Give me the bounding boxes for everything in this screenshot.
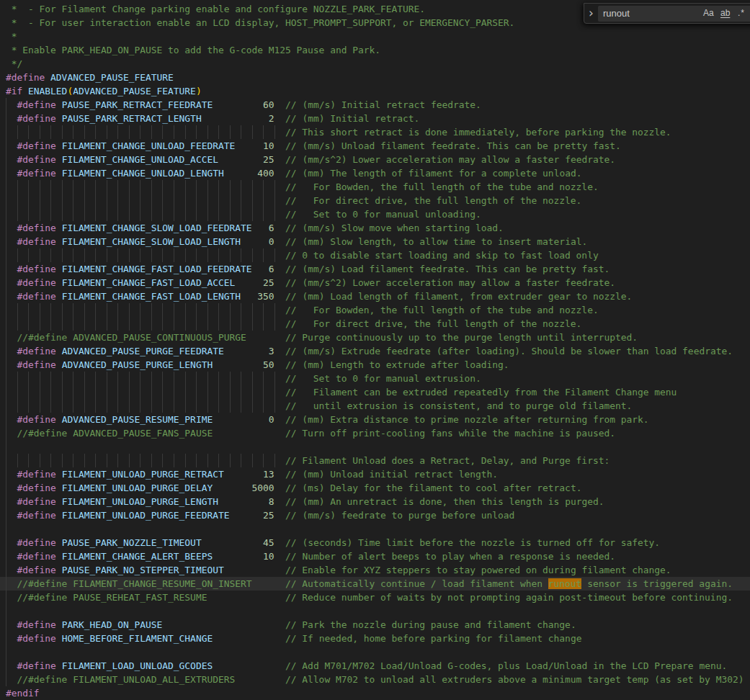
- code-editor: * - For Filament Change parking enable a…: [0, 0, 750, 700]
- code-line[interactable]: #define FILAMENT_CHANGE_ALERT_BEEPS 10 /…: [0, 549, 750, 563]
- code-line[interactable]: // For Bowden, the full length of the tu…: [0, 303, 750, 317]
- code-line[interactable]: #define ADVANCED_PAUSE_RESUME_PRIME 0 //…: [0, 413, 750, 426]
- match-case-icon[interactable]: Aa: [703, 6, 714, 22]
- code-line[interactable]: *: [0, 30, 750, 43]
- code-line[interactable]: // For direct drive, the full length of …: [0, 317, 750, 331]
- code-line[interactable]: #define FILAMENT_UNLOAD_PURGE_DELAY 5000…: [0, 481, 750, 495]
- code-line[interactable]: //#define ADVANCED_PAUSE_CONTINUOUS_PURG…: [0, 331, 750, 344]
- code-line[interactable]: #define FILAMENT_LOAD_UNLOAD_GCODES // A…: [0, 659, 750, 673]
- code-line[interactable]: //#define FILAMENT_UNLOAD_ALL_EXTRUDERS …: [0, 673, 750, 686]
- code-line[interactable]: #if ENABLED(ADVANCED_PAUSE_FEATURE): [0, 84, 750, 98]
- code-line[interactable]: #define FILAMENT_CHANGE_UNLOAD_LENGTH 40…: [0, 166, 750, 180]
- code-line[interactable]: * Enable PARK_HEAD_ON_PAUSE to add the G…: [0, 43, 750, 57]
- code-line[interactable]: [0, 440, 750, 454]
- code-line[interactable]: [0, 645, 750, 659]
- chevron-right-icon: ›: [589, 7, 594, 19]
- code-line[interactable]: // Filament Unload does a Retract, Delay…: [0, 454, 750, 467]
- code-line[interactable]: // Set to 0 for manual unloading.: [0, 207, 750, 221]
- code-line[interactable]: #define PAUSE_PARK_RETRACT_LENGTH 2 // (…: [0, 112, 750, 125]
- code-line[interactable]: #define FILAMENT_CHANGE_FAST_LOAD_FEEDRA…: [0, 262, 750, 276]
- code-line[interactable]: // Set to 0 for manual extrusion.: [0, 372, 750, 385]
- find-match-highlight: runout: [548, 578, 582, 589]
- whole-word-icon[interactable]: ab: [720, 6, 730, 22]
- code-line[interactable]: //#define PAUSE_REHEAT_FAST_RESUME // Re…: [0, 591, 750, 604]
- code-line[interactable]: #define PAUSE_PARK_NOZZLE_TIMEOUT 45 // …: [0, 536, 750, 549]
- code-line[interactable]: #define FILAMENT_UNLOAD_PURGE_FEEDRATE 2…: [0, 508, 750, 522]
- code-line[interactable]: // For Bowden, the full length of the tu…: [0, 180, 750, 194]
- code-line[interactable]: #define FILAMENT_CHANGE_SLOW_LOAD_FEEDRA…: [0, 221, 750, 235]
- code-line[interactable]: #define FILAMENT_UNLOAD_PURGE_RETRACT 13…: [0, 467, 750, 481]
- indent-guide: [6, 604, 6, 618]
- code-line[interactable]: // This short retract is done immediatel…: [0, 125, 750, 139]
- code-line[interactable]: #define ADVANCED_PAUSE_PURGE_LENGTH 50 /…: [0, 358, 750, 372]
- find-replace-toggle-button[interactable]: ›: [584, 4, 598, 23]
- code-line[interactable]: #define ADVANCED_PAUSE_PURGE_FEEDRATE 3 …: [0, 344, 750, 358]
- code-line[interactable]: #define PARK_HEAD_ON_PAUSE // Park the n…: [0, 618, 750, 632]
- code-line[interactable]: #define ADVANCED_PAUSE_FEATURE: [0, 71, 750, 84]
- code-line[interactable]: //#define FILAMENT_CHANGE_RESUME_ON_INSE…: [0, 577, 750, 591]
- code-line[interactable]: [0, 522, 750, 536]
- indent-guide: [6, 440, 6, 454]
- code-line[interactable]: */: [0, 57, 750, 71]
- code-line[interactable]: // 0 to disable start loading and skip t…: [0, 248, 750, 262]
- indent-guide: [6, 522, 6, 536]
- code-line[interactable]: #define FILAMENT_CHANGE_FAST_LOAD_LENGTH…: [0, 290, 750, 303]
- find-input[interactable]: runout Aa ab .*: [598, 6, 750, 22]
- code-line[interactable]: #define FILAMENT_CHANGE_FAST_LOAD_ACCEL …: [0, 276, 750, 290]
- code-line[interactable]: // Filament can be extruded repeatedly f…: [0, 385, 750, 399]
- code-area: * - For Filament Change parking enable a…: [0, 2, 750, 700]
- code-line[interactable]: #define FILAMENT_CHANGE_UNLOAD_ACCEL 25 …: [0, 153, 750, 166]
- code-line[interactable]: #define HOME_BEFORE_FILAMENT_CHANGE // I…: [0, 632, 750, 645]
- code-line[interactable]: // until extrusion is consistent, and to…: [0, 399, 750, 413]
- code-line[interactable]: #endif: [0, 686, 750, 700]
- code-line[interactable]: #define PAUSE_PARK_NO_STEPPER_TIMEOUT //…: [0, 563, 750, 577]
- find-widget: › runout Aa ab .*: [584, 3, 750, 24]
- code-line[interactable]: [0, 604, 750, 618]
- find-query-text: runout: [603, 8, 630, 19]
- code-line[interactable]: #define FILAMENT_CHANGE_SLOW_LOAD_LENGTH…: [0, 235, 750, 248]
- indent-guide: [6, 645, 6, 659]
- code-line[interactable]: #define PAUSE_PARK_RETRACT_FEEDRATE 60 /…: [0, 98, 750, 112]
- code-line[interactable]: // For direct drive, the full length of …: [0, 194, 750, 207]
- code-line[interactable]: #define FILAMENT_CHANGE_UNLOAD_FEEDRATE …: [0, 139, 750, 153]
- regex-icon[interactable]: .*: [738, 6, 745, 22]
- code-line[interactable]: //#define ADVANCED_PAUSE_FANS_PAUSE // T…: [0, 426, 750, 440]
- code-line[interactable]: #define FILAMENT_UNLOAD_PURGE_LENGTH 8 /…: [0, 495, 750, 508]
